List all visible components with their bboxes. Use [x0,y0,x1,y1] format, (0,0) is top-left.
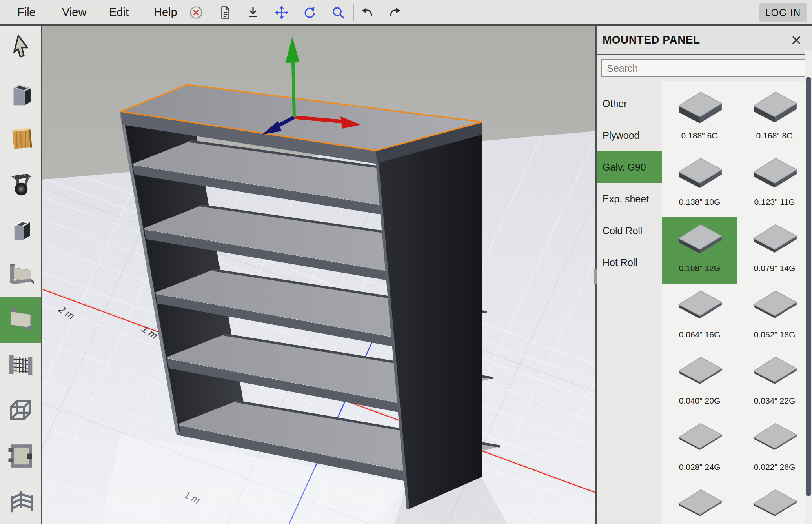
sheet-thumbnail [750,286,799,327]
sheet-thumbnail [675,153,724,194]
tool-plywood-panel[interactable] [0,116,41,162]
move-button[interactable] [273,4,291,22]
panel-tile[interactable]: 0.034" 22G [737,350,812,416]
cube-frame-icon [6,396,36,426]
sheet-thumbnail [675,286,724,327]
document-button[interactable] [216,4,234,22]
tool-corner-railing[interactable] [0,479,41,524]
panel-tile[interactable]: 0.138" 10G [662,151,737,217]
rotate-icon [302,5,317,20]
plywood-panel-icon [6,124,36,154]
panel-tile[interactable] [662,482,737,524]
tool-cube-frame[interactable] [0,388,41,433]
sheet-label: 0.040" 20G [679,396,721,406]
sheet-label: 0.079" 14G [754,264,796,273]
caster-wheel-icon [6,169,36,199]
sheet-label: 0.052" 18G [754,330,796,339]
category-cold-roll[interactable]: Cold Roll [597,215,662,247]
sheet-label: 0.022" 26G [754,462,796,472]
search-input[interactable] [601,59,808,77]
menu-bar: File View Edit Help [0,0,812,26]
panel-title: MOUNTED PANEL [603,34,700,46]
panel-header: MOUNTED PANEL × [597,26,812,55]
sheet-thumbnail [675,418,724,459]
tool-sidebar [0,26,42,524]
sheet-label: 0.188" 6G [681,131,718,140]
sheet-thumbnail [750,220,799,260]
redo-icon [388,5,402,20]
panel-tile[interactable]: 0.064" 16G [662,284,737,350]
category-plywood[interactable]: Plywood [597,120,662,151]
panel-tile[interactable]: 0.022" 26G [737,416,812,482]
category-exp-sheet[interactable]: Exp. sheet [597,183,662,215]
menu-edit[interactable]: Edit [109,6,129,19]
sheet-label: 0.108" 12G [679,264,721,273]
download-button[interactable] [244,4,262,22]
category-hot-roll[interactable]: Hot Roll [597,247,662,278]
sheet-label: 0.028" 24G [679,462,721,472]
tool-framed-panel[interactable] [0,252,41,297]
toolbar-separator [353,4,354,21]
square-tube-icon [6,79,36,109]
tool-mesh-panel[interactable] [0,343,41,388]
sheet-thumbnail [750,153,799,194]
undo-button[interactable] [358,4,376,22]
mounted-panel-sidebar: MOUNTED PANEL × Other Plywood Galv. G90 … [595,26,812,524]
framed-door-icon [6,441,36,471]
sheet-label: 0.138" 10G [679,197,721,207]
sheet-label: 0.064" 16G [679,330,721,339]
scene-canvas: 2 m 1 m 3 m 1 m [42,26,595,524]
zoom-search-button[interactable] [329,4,347,22]
panel-tile[interactable]: 0.108" 12G [662,217,737,284]
panel-tile[interactable]: 0.040" 20G [662,350,737,416]
open-tube-icon [6,215,36,244]
zoom-search-icon [331,5,345,20]
sheet-label: 0.123" 11G [754,197,795,207]
panel-grid: 0.188" 6G0.168" 8G0.138" 10G0.123" 11G0.… [662,81,812,524]
sheet-thumbnail [750,485,799,524]
panel-tile[interactable]: 0.079" 14G [737,217,812,284]
close-file-icon [189,5,203,20]
panel-tile[interactable] [737,482,812,524]
viewport-3d[interactable]: 2 m 1 m 3 m 1 m [42,26,595,524]
category-galv-g90[interactable]: Galv. G90 [597,151,662,183]
move-icon [275,5,289,20]
download-icon [246,5,260,20]
tool-caster-wheel[interactable] [0,162,41,207]
search-row [597,56,812,81]
panel-tile[interactable]: 0.028" 24G [662,416,737,482]
panel-tile[interactable]: 0.168" 8G [737,85,812,151]
menu-file[interactable]: File [17,6,36,19]
menu-help[interactable]: Help [154,6,177,19]
tool-mounted-panel[interactable] [0,297,41,342]
select-cursor-icon [6,34,36,64]
sheet-label: 0.168" 8G [756,131,793,140]
tool-square-tube[interactable] [0,71,41,116]
corner-railing-icon [6,486,36,516]
tool-open-tube[interactable] [0,207,41,252]
tool-framed-door[interactable] [0,433,41,479]
panel-tile[interactable]: 0.052" 18G [737,284,812,350]
menu-view[interactable]: View [62,6,86,19]
category-other[interactable]: Other [597,88,662,120]
sheet-thumbnail [675,220,724,260]
redo-button[interactable] [386,4,404,22]
category-list: Other Plywood Galv. G90 Exp. sheet Cold … [597,81,662,524]
toolbar-separator [211,4,211,21]
tool-select-cursor[interactable] [0,26,41,71]
panel-tile[interactable]: 0.123" 11G [737,151,812,217]
mesh-panel-icon [6,350,36,380]
sheet-thumbnail [750,352,799,393]
panel-tile[interactable]: 0.188" 6G [662,85,737,151]
framed-panel-icon [6,260,36,290]
sheet-label: 0.034" 22G [754,396,796,406]
rotate-button[interactable] [300,4,319,22]
close-file-button[interactable] [187,4,205,22]
panel-resize-handle[interactable] [594,269,597,284]
panel-close-button[interactable]: × [786,29,807,51]
mounted-panel-icon [6,305,36,335]
login-button[interactable]: LOG IN [759,3,807,22]
panel-scrollbar[interactable] [805,51,812,524]
sheet-thumbnail [675,352,724,393]
panel-scrollbar-thumb[interactable] [806,77,811,496]
